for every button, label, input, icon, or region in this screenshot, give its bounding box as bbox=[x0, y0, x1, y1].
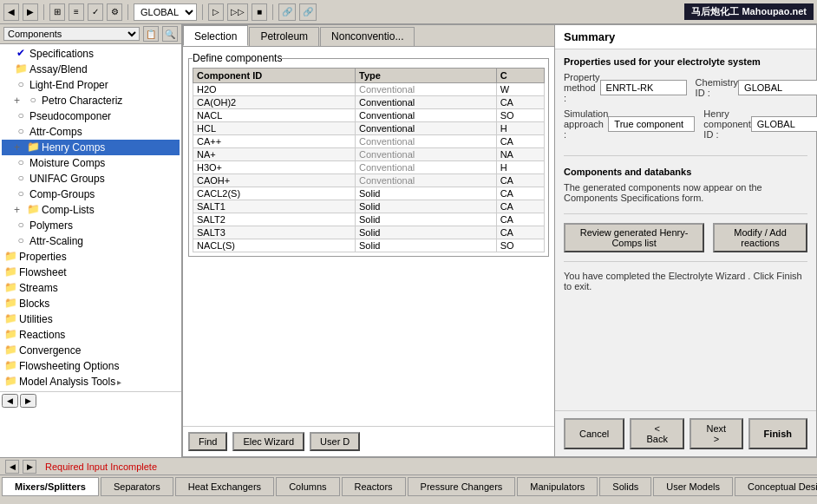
components-databanks-section: Components and databanks The generated c… bbox=[555, 160, 816, 210]
table-row[interactable]: CACL2(S) Solid CA bbox=[193, 187, 545, 200]
table-row[interactable]: CA(OH)2 Conventional CA bbox=[193, 96, 545, 109]
tab-nonconventional[interactable]: Nonconventio... bbox=[320, 27, 415, 46]
sidebar-item-specifications[interactable]: ✔ Specifications bbox=[2, 46, 180, 62]
sidebar-item-flowsheet[interactable]: 📁 Flowsheet bbox=[2, 265, 180, 280]
cell-type: Conventional bbox=[356, 161, 497, 174]
status-arrow-left[interactable]: ◀ bbox=[5, 460, 19, 474]
table-row[interactable]: HCL Conventional H bbox=[193, 122, 545, 135]
circle-icon: ○ bbox=[14, 172, 28, 186]
required-input-text: Required Input Incomplete bbox=[45, 461, 157, 472]
sidebar-item-model-analysis[interactable]: 📁 Model Analysis Tools ▸ bbox=[2, 374, 180, 389]
sidebar-item-comp-groups[interactable]: ○ Comp-Groups bbox=[2, 187, 180, 202]
global-dropdown[interactable]: GLOBAL bbox=[134, 3, 197, 21]
forward-btn[interactable]: ▶ bbox=[23, 3, 38, 21]
property-method-value: ENRTL-RK bbox=[600, 80, 687, 95]
sidebar-item-pseudo[interactable]: ○ Pseudocomponer bbox=[2, 108, 180, 124]
table-row[interactable]: SALT2 Solid CA bbox=[193, 213, 545, 226]
finish-button[interactable]: Finish bbox=[748, 418, 807, 449]
sidebar-item-convergence[interactable]: 📁 Convergence bbox=[2, 343, 180, 358]
sidebar-item-attr-comps[interactable]: ○ Attr-Comps bbox=[2, 124, 180, 140]
col-header-c: C bbox=[496, 69, 544, 83]
cell-c: CA bbox=[496, 135, 544, 148]
next-button[interactable]: Next > bbox=[690, 418, 742, 449]
folder-icon: 📁 bbox=[3, 359, 17, 373]
sidebar-item-properties[interactable]: 📁 Properties bbox=[2, 249, 180, 265]
tb-btn6[interactable]: ▷▷ bbox=[227, 3, 248, 21]
find-button[interactable]: Find bbox=[188, 432, 227, 451]
tb-btn7[interactable]: ■ bbox=[252, 3, 267, 21]
sidebar-btn2[interactable]: 🔍 bbox=[162, 26, 178, 42]
back-button[interactable]: < Back bbox=[630, 418, 684, 449]
sidebar-item-reactions[interactable]: 📁 Reactions bbox=[2, 327, 180, 343]
cell-type: Conventional bbox=[356, 96, 497, 109]
table-row[interactable]: NACL Conventional SO bbox=[193, 109, 545, 122]
cell-c: CA bbox=[496, 200, 544, 213]
circle-icon: ○ bbox=[26, 94, 40, 108]
cell-c: CA bbox=[496, 213, 544, 226]
sidebar-item-comp-lists[interactable]: + 📁 Comp-Lists bbox=[2, 202, 180, 218]
cancel-button[interactable]: Cancel bbox=[564, 418, 624, 449]
sidebar-item-henry-comps[interactable]: + 📁 Henry Comps bbox=[2, 140, 180, 155]
sidebar-item-utilities[interactable]: 📁 Utilities bbox=[2, 311, 180, 327]
sidebar-item-label: Pseudocomponer bbox=[29, 110, 111, 122]
sidebar-item-unifac[interactable]: ○ UNIFAC Groups bbox=[2, 171, 180, 187]
bottom-tab-solids[interactable]: Solids bbox=[599, 477, 651, 496]
elec-wizard-button[interactable]: Elec Wizard bbox=[232, 432, 304, 451]
user-d-button[interactable]: User D bbox=[310, 432, 360, 451]
tb-btn8[interactable]: 🔗 bbox=[278, 3, 296, 21]
table-row[interactable]: SALT3 Solid CA bbox=[193, 226, 545, 239]
sidebar-item-assayblend[interactable]: 📁 Assay/Blend bbox=[2, 62, 180, 77]
sidebar-item-moisture[interactable]: ○ Moisture Comps bbox=[2, 155, 180, 171]
table-row[interactable]: H3O+ Conventional H bbox=[193, 161, 545, 174]
modify-add-reactions-btn[interactable]: Modify / Add reactions bbox=[713, 223, 807, 252]
bottom-tab-mixers-splitters[interactable]: Mixers/Splitters bbox=[2, 477, 99, 496]
back-btn[interactable]: ◀ bbox=[3, 3, 19, 21]
sidebar-btn1[interactable]: 📋 bbox=[143, 26, 159, 42]
tb-btn1[interactable]: ⊞ bbox=[49, 3, 65, 21]
sidebar-item-petro[interactable]: + ○ Petro Characteriz bbox=[2, 93, 180, 108]
sidebar-item-attr-scaling[interactable]: ○ Attr-Scaling bbox=[2, 233, 180, 249]
table-row[interactable]: H2O Conventional W bbox=[193, 83, 545, 96]
table-row[interactable]: CAOH+ Conventional CA bbox=[193, 174, 545, 187]
tab-selection[interactable]: Selection bbox=[183, 25, 248, 46]
cell-c: CA bbox=[496, 187, 544, 200]
expander-icon: + bbox=[14, 204, 24, 216]
components-table-wrapper[interactable]: Component ID Type C H2O Conventional W C… bbox=[193, 68, 545, 252]
bottom-tab-separators[interactable]: Separators bbox=[101, 477, 173, 496]
tb-btn9[interactable]: 🔗 bbox=[299, 3, 317, 21]
scroll-left-btn[interactable]: ◀ bbox=[2, 394, 18, 408]
table-row[interactable]: NA+ Conventional NA bbox=[193, 148, 545, 161]
sidebar-item-polymers[interactable]: ○ Polymers bbox=[2, 218, 180, 233]
bottom-tab-columns[interactable]: Columns bbox=[276, 477, 339, 496]
tab-petroleum[interactable]: Petroleum bbox=[249, 27, 319, 46]
sidebar-item-flowsheeting[interactable]: 📁 Flowsheeting Options bbox=[2, 358, 180, 374]
bottom-tab-pressure-changers[interactable]: Pressure Changers bbox=[408, 477, 516, 496]
tb-btn3[interactable]: ✓ bbox=[88, 3, 103, 21]
bottom-tab-user-models[interactable]: User Models bbox=[653, 477, 733, 496]
sidebar-dropdown[interactable]: Components bbox=[3, 27, 140, 41]
table-row[interactable]: NACL(S) Solid SO bbox=[193, 239, 545, 252]
dialog-footer: Cancel < Back Next > Finish bbox=[555, 410, 816, 456]
table-row[interactable]: CA++ Conventional CA bbox=[193, 135, 545, 148]
tb-btn2[interactable]: ≡ bbox=[69, 3, 84, 21]
bottom-tab-conceptual-design[interactable]: Conceptual Design bbox=[735, 477, 817, 496]
bottom-tab-manipulators[interactable]: Manipulators bbox=[517, 477, 598, 496]
tb-btn5[interactable]: ▷ bbox=[208, 3, 224, 21]
scroll-right-btn[interactable]: ▶ bbox=[20, 394, 36, 408]
sidebar-item-blocks[interactable]: 📁 Blocks bbox=[2, 296, 180, 311]
tb-btn4[interactable]: ⚙ bbox=[107, 3, 122, 21]
bottom-tab-reactors[interactable]: Reactors bbox=[342, 477, 406, 496]
sidebar-item-label: Comp-Lists bbox=[42, 204, 95, 216]
table-row[interactable]: SALT1 Solid CA bbox=[193, 200, 545, 213]
section2-title: Components and databanks bbox=[564, 167, 807, 177]
status-arrow-right[interactable]: ▶ bbox=[23, 460, 36, 474]
bottom-tab-heat-exchangers[interactable]: Heat Exchangers bbox=[175, 477, 274, 496]
sidebar-item-streams[interactable]: 📁 Streams bbox=[2, 280, 180, 296]
status-arrows: ◀ ▶ bbox=[5, 460, 36, 474]
sidebar-item-lightend[interactable]: ○ Light-End Proper bbox=[2, 77, 180, 93]
circle-icon: ○ bbox=[14, 219, 28, 232]
review-henry-comps-btn[interactable]: Review generated Henry-Comps list bbox=[564, 223, 704, 252]
cell-c: SO bbox=[496, 109, 544, 122]
chemistry-id-label: Chemistry ID : bbox=[696, 77, 739, 98]
sidebar-item-label: Convergence bbox=[19, 344, 81, 357]
